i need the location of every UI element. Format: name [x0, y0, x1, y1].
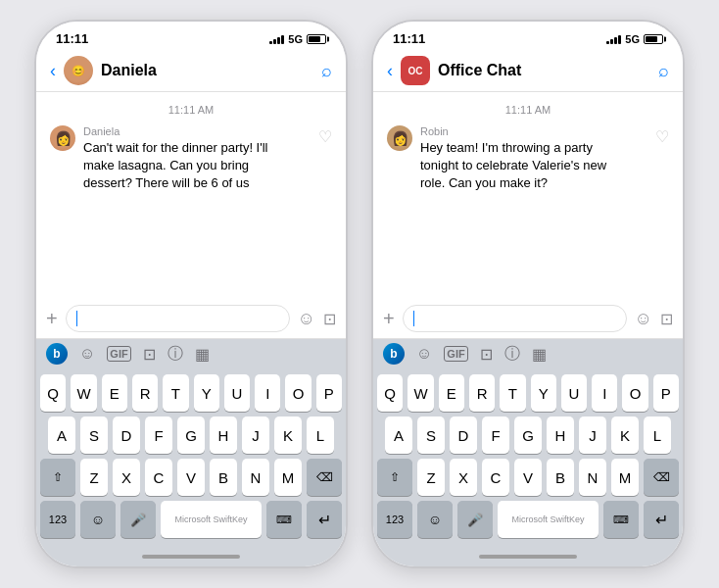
- mic-key-1[interactable]: 🎤: [120, 501, 156, 538]
- search-icon-2[interactable]: ⌕: [658, 61, 669, 81]
- shift-key-2[interactable]: ⇧: [377, 459, 412, 496]
- camera-button-1[interactable]: ⊡: [323, 310, 336, 328]
- text-input-1[interactable]: [66, 305, 290, 332]
- key-o-2[interactable]: O: [622, 374, 647, 412]
- toolbar-emoji-1[interactable]: ☺: [79, 345, 95, 363]
- key-l-2[interactable]: L: [644, 416, 671, 454]
- text-input-2[interactable]: [403, 305, 627, 332]
- key-e-2[interactable]: E: [439, 374, 464, 412]
- toolbar-info-2[interactable]: ⓘ: [504, 344, 520, 365]
- key-e-1[interactable]: E: [102, 374, 127, 412]
- key-p-1[interactable]: P: [316, 374, 342, 412]
- key-i-2[interactable]: I: [592, 374, 617, 412]
- emoji-key-1[interactable]: ☺: [80, 501, 116, 538]
- key-n-2[interactable]: N: [579, 459, 606, 496]
- key-x-2[interactable]: X: [450, 459, 477, 496]
- key-j-1[interactable]: J: [242, 416, 269, 454]
- home-bar-1: [142, 555, 240, 559]
- delete-key-1[interactable]: ⌫: [307, 459, 342, 496]
- key-j-2[interactable]: J: [579, 416, 606, 454]
- emoji-button-2[interactable]: ☺: [635, 309, 652, 329]
- heart-icon-1[interactable]: ♡: [318, 127, 332, 146]
- toolbar-qr-2[interactable]: ▦: [532, 345, 547, 364]
- key-k-1[interactable]: K: [274, 416, 302, 454]
- key-h-2[interactable]: H: [547, 416, 574, 454]
- add-button-1[interactable]: +: [46, 308, 58, 330]
- key-f-1[interactable]: F: [145, 416, 172, 454]
- globe-key-1[interactable]: ⌨: [266, 501, 302, 538]
- toolbar-qr-1[interactable]: ▦: [195, 345, 210, 364]
- key-y-1[interactable]: Y: [194, 374, 219, 412]
- delete-key-2[interactable]: ⌫: [644, 459, 679, 496]
- keyboard-1: Q W E R T Y U I O P A S D F G H J K L ⇧ …: [36, 368, 346, 547]
- key-g-2[interactable]: G: [514, 416, 542, 454]
- num-key-1[interactable]: 123: [40, 501, 75, 538]
- key-a-1[interactable]: A: [48, 416, 75, 454]
- key-y-2[interactable]: Y: [531, 374, 556, 412]
- key-n-1[interactable]: N: [242, 459, 269, 496]
- back-button-2[interactable]: ‹: [387, 61, 393, 81]
- return-key-1[interactable]: ↵: [307, 501, 342, 538]
- toolbar-gif-1[interactable]: GIF: [107, 346, 130, 362]
- add-button-2[interactable]: +: [383, 308, 395, 330]
- key-u-2[interactable]: U: [561, 374, 587, 412]
- key-b-1[interactable]: B: [210, 459, 237, 496]
- cursor-1: [76, 311, 78, 326]
- key-o-1[interactable]: O: [285, 374, 311, 412]
- key-x-1[interactable]: X: [113, 459, 140, 496]
- key-z-1[interactable]: Z: [80, 459, 108, 496]
- nav-bar-1: ‹ 😊 Daniela ⌕: [36, 50, 346, 92]
- key-d-1[interactable]: D: [113, 416, 140, 454]
- key-h-1[interactable]: H: [210, 416, 237, 454]
- key-w-2[interactable]: W: [407, 374, 433, 412]
- globe-key-2[interactable]: ⌨: [603, 501, 639, 538]
- bing-button-1[interactable]: b: [46, 343, 68, 365]
- emoji-key-2[interactable]: ☺: [417, 501, 453, 538]
- space-key-1[interactable]: Microsoft SwiftKey: [161, 501, 262, 538]
- key-i-1[interactable]: I: [255, 374, 280, 412]
- camera-button-2[interactable]: ⊡: [660, 310, 673, 328]
- key-z-2[interactable]: Z: [417, 459, 445, 496]
- key-d-2[interactable]: D: [450, 416, 477, 454]
- key-k-2[interactable]: K: [611, 416, 639, 454]
- toolbar-gif-2[interactable]: GIF: [444, 346, 467, 362]
- search-icon-1[interactable]: ⌕: [321, 61, 332, 81]
- emoji-button-1[interactable]: ☺: [298, 309, 315, 329]
- back-button-1[interactable]: ‹: [50, 61, 56, 81]
- key-t-2[interactable]: T: [500, 374, 525, 412]
- key-c-2[interactable]: C: [482, 459, 509, 496]
- bing-button-2[interactable]: b: [383, 343, 405, 365]
- mic-key-2[interactable]: 🎤: [457, 501, 493, 538]
- toolbar-emoji-2[interactable]: ☺: [416, 345, 432, 363]
- key-r-1[interactable]: R: [132, 374, 158, 412]
- key-l-1[interactable]: L: [307, 416, 334, 454]
- space-key-2[interactable]: Microsoft SwiftKey: [498, 501, 599, 538]
- key-m-1[interactable]: M: [274, 459, 302, 496]
- msg-timestamp-2: 11:11 AM: [387, 104, 669, 116]
- key-p-2[interactable]: P: [653, 374, 679, 412]
- key-q-1[interactable]: Q: [40, 374, 66, 412]
- toolbar-camera-1[interactable]: ⊡: [143, 345, 156, 364]
- key-s-1[interactable]: S: [80, 416, 108, 454]
- return-key-2[interactable]: ↵: [644, 501, 679, 538]
- key-c-1[interactable]: C: [145, 459, 172, 496]
- key-t-1[interactable]: T: [163, 374, 188, 412]
- toolbar-info-1[interactable]: ⓘ: [168, 344, 183, 365]
- key-w-1[interactable]: W: [71, 374, 96, 412]
- key-q-2[interactable]: Q: [377, 374, 403, 412]
- key-u-1[interactable]: U: [224, 374, 250, 412]
- key-r-2[interactable]: R: [469, 374, 495, 412]
- key-f-2[interactable]: F: [482, 416, 509, 454]
- key-a-2[interactable]: A: [385, 416, 412, 454]
- shift-key-1[interactable]: ⇧: [40, 459, 75, 496]
- heart-icon-2[interactable]: ♡: [655, 127, 669, 146]
- key-g-1[interactable]: G: [177, 416, 205, 454]
- key-v-2[interactable]: V: [514, 459, 542, 496]
- key-v-1[interactable]: V: [177, 459, 205, 496]
- key-b-2[interactable]: B: [547, 459, 574, 496]
- key-m-2[interactable]: M: [611, 459, 639, 496]
- num-key-2[interactable]: 123: [377, 501, 412, 538]
- toolbar-camera-2[interactable]: ⊡: [480, 345, 493, 364]
- key-s-2[interactable]: S: [417, 416, 445, 454]
- home-indicator-1: [36, 547, 346, 566]
